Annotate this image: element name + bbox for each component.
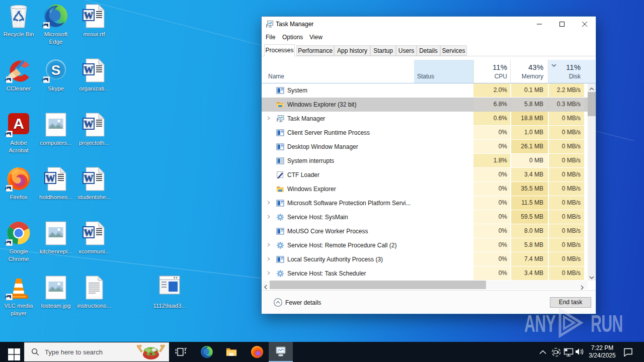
svg-text:W: W <box>84 64 94 75</box>
svg-text:W: W <box>84 10 94 21</box>
svg-text:W: W <box>84 227 94 238</box>
svg-text:W: W <box>46 173 55 184</box>
svg-text:W: W <box>84 119 94 129</box>
svg-text:A: A <box>13 115 24 132</box>
svg-text:S: S <box>51 62 61 78</box>
svg-text:W: W <box>84 173 94 184</box>
